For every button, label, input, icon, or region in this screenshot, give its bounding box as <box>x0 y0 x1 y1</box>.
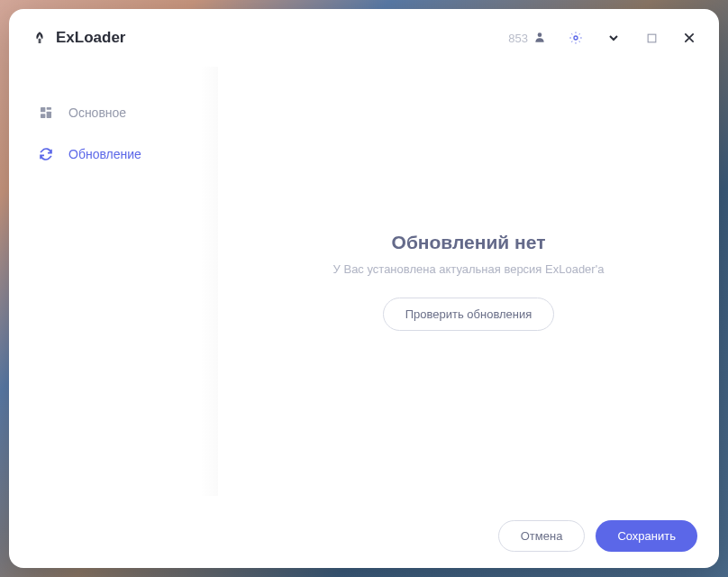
save-button[interactable]: Сохранить <box>596 520 697 552</box>
svg-rect-3 <box>47 107 51 110</box>
user-count-value: 853 <box>508 32 528 45</box>
svg-rect-2 <box>41 107 45 112</box>
sidebar-item-update[interactable]: Обновление <box>9 133 218 175</box>
cancel-button[interactable]: Отмена <box>498 520 586 552</box>
footer: Отмена Сохранить <box>498 520 697 552</box>
sidebar: Основное Обновление <box>9 67 218 568</box>
svg-rect-4 <box>47 112 51 118</box>
svg-point-0 <box>538 32 542 37</box>
dashboard-icon <box>38 105 54 121</box>
body: Основное Обновление Обновлений нет У Вас… <box>9 67 719 568</box>
update-subtitle: У Вас установлена актуальная версия ExLo… <box>333 262 605 276</box>
svg-rect-5 <box>41 114 45 118</box>
close-icon[interactable] <box>681 30 697 46</box>
settings-icon[interactable] <box>568 30 584 46</box>
brand: ExLoader <box>31 29 125 47</box>
sidebar-item-main[interactable]: Основное <box>9 92 218 133</box>
check-updates-button[interactable]: Проверить обновления <box>383 298 555 331</box>
user-icon <box>533 31 546 46</box>
main-content: Обновлений нет У Вас установлена актуаль… <box>218 67 719 568</box>
maximize-icon[interactable] <box>643 30 660 46</box>
sidebar-item-label: Обновление <box>68 147 141 161</box>
titlebar: ExLoader 853 <box>9 9 719 67</box>
refresh-icon <box>38 146 54 162</box>
leaf-icon <box>31 29 49 47</box>
app-title: ExLoader <box>56 29 125 47</box>
sidebar-item-label: Основное <box>68 105 126 120</box>
chevron-down-icon[interactable] <box>605 30 622 46</box>
titlebar-controls: 853 <box>508 30 697 46</box>
user-count: 853 <box>508 31 546 46</box>
update-title: Обновлений нет <box>392 232 546 253</box>
svg-rect-1 <box>648 34 656 42</box>
app-window: ExLoader 853 <box>9 9 719 568</box>
